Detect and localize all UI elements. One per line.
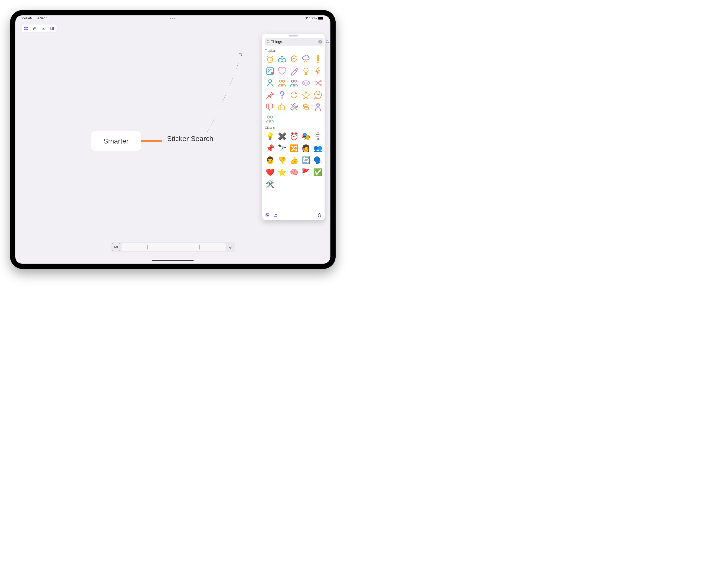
sticker-person[interactable] (265, 78, 276, 89)
svg-point-23 (281, 97, 283, 99)
sticker-star[interactable]: ⭐ (276, 167, 287, 178)
sticker-question[interactable] (276, 90, 287, 101)
sticker-star[interactable] (300, 90, 311, 101)
panel-grabber[interactable] (289, 35, 298, 37)
sticker-thumbs-up[interactable]: 👍 (288, 155, 299, 166)
svg-point-9 (267, 41, 269, 43)
sticker-man[interactable]: 👨 (265, 155, 276, 166)
sticker-heart[interactable]: ❤️ (265, 167, 276, 178)
sticker-strategy[interactable] (265, 66, 276, 77)
sticker-checkmark[interactable]: ✅ (312, 167, 323, 178)
photo-icon (265, 213, 269, 217)
sticker-woman[interactable]: 👩 (300, 143, 311, 154)
child-node[interactable]: Sticker Search (167, 135, 213, 143)
svg-point-21 (304, 82, 305, 83)
sticker-marker[interactable] (288, 66, 299, 77)
svg-point-11 (278, 58, 282, 62)
search-icon (267, 40, 270, 44)
keyboard-lang-button[interactable]: EN (112, 243, 120, 251)
sticker-thumbs-up[interactable] (276, 102, 287, 113)
svg-point-33 (270, 116, 273, 118)
sticker-shuffle[interactable]: 🔀 (288, 143, 299, 154)
sticker-man-silhouette[interactable]: 👥 (312, 143, 323, 154)
root-node-label: Smarter (103, 137, 129, 145)
sticker-lightbulb[interactable]: 💡 (265, 131, 276, 142)
svg-rect-29 (267, 104, 268, 108)
sticker-brain[interactable]: 🧠 (288, 167, 299, 178)
svg-point-12 (282, 58, 286, 62)
sticker-grid-tropical (265, 54, 322, 124)
sticker-flag[interactable]: 🚩 (300, 167, 311, 178)
sticker-mask[interactable] (300, 78, 311, 89)
search-field[interactable] (265, 38, 323, 46)
sticker-storm-cloud[interactable] (300, 54, 311, 65)
caret-icon (147, 245, 148, 249)
sticker-thumbs-down[interactable]: 👎 (276, 155, 287, 166)
annotation-arrow (203, 51, 244, 132)
svg-point-25 (314, 98, 315, 99)
section-title-tropical: Tropical (265, 49, 322, 52)
svg-point-13 (317, 61, 319, 63)
svg-point-22 (307, 82, 308, 83)
svg-point-27 (318, 94, 318, 95)
sticker-signpost[interactable]: 🪧 (312, 131, 323, 142)
sticker-binoculars[interactable]: 🔭 (276, 143, 287, 154)
folder-icon (273, 213, 277, 217)
caret-icon (199, 245, 200, 249)
svg-point-17 (279, 80, 282, 82)
svg-point-28 (319, 94, 320, 95)
root-node[interactable]: Smarter (91, 131, 141, 151)
svg-point-19 (291, 80, 294, 82)
sticker-strategy[interactable]: ✖️ (276, 131, 287, 142)
svg-point-26 (317, 94, 317, 95)
sticker-grid-classic: 💡✖️⏰🎭🪧📌🔭🔀👩👥👨👎👍🔄🗣️❤️⭐🧠🚩✅🛠️ (265, 131, 322, 190)
svg-point-31 (316, 104, 319, 107)
svg-point-18 (282, 80, 285, 82)
sticker-exclamation[interactable] (312, 54, 323, 65)
keyboard-input-area[interactable] (122, 243, 226, 251)
sticker-alarm-clock[interactable] (265, 54, 276, 65)
sticker-refresh[interactable]: 🔄 (300, 155, 311, 166)
sticker-heart[interactable] (276, 66, 287, 77)
sticker-lightbulb[interactable] (300, 66, 311, 77)
keyboard-bar: EN (111, 242, 235, 252)
dictation-button[interactable] (227, 245, 234, 249)
sticker-tools[interactable] (288, 102, 299, 113)
tint-tab[interactable] (317, 213, 321, 218)
sticker-thumbs-down[interactable] (265, 102, 276, 113)
node-link[interactable] (141, 140, 162, 142)
sticker-signpost[interactable] (300, 102, 311, 113)
sticker-shuffle[interactable] (312, 78, 323, 89)
sticker-two-people[interactable] (276, 78, 287, 89)
sticker-refresh[interactable] (288, 90, 299, 101)
svg-point-20 (294, 80, 297, 82)
folder-tab[interactable] (273, 213, 277, 218)
sticker-panel: Cancel Tropical Classic 💡✖️⏰🎭🪧📌🔭🔀👩👥👨👎👍🔄🗣… (262, 34, 324, 220)
svg-rect-36 (230, 245, 231, 247)
droplet-icon (317, 213, 321, 217)
sticker-pushpin[interactable] (265, 90, 276, 101)
sticker-lightning[interactable] (312, 66, 323, 77)
home-indicator[interactable] (152, 260, 194, 261)
section-title-classic: Classic (265, 126, 322, 130)
search-input[interactable] (271, 40, 317, 44)
sticker-idea-head[interactable]: 🗣️ (312, 155, 323, 166)
sticker-two-women[interactable] (265, 114, 276, 125)
sticker-person-head[interactable] (312, 102, 323, 113)
clear-search-button[interactable] (318, 40, 322, 44)
sticker-alarm-clock[interactable]: ⏰ (288, 131, 299, 142)
sticker-binoculars[interactable] (276, 54, 287, 65)
cancel-button[interactable]: Cancel (326, 40, 330, 44)
sticker-brain[interactable] (288, 54, 299, 65)
sticker-person-pair[interactable] (288, 78, 299, 89)
panel-footer (262, 210, 324, 220)
child-node-label: Sticker Search (167, 135, 213, 143)
sticker-thought-bubble[interactable] (312, 90, 323, 101)
svg-rect-30 (279, 106, 280, 110)
svg-point-16 (269, 80, 272, 83)
sticker-tools[interactable]: 🛠️ (265, 179, 276, 190)
photo-tab[interactable] (265, 213, 269, 218)
sticker-pushpin[interactable]: 📌 (265, 143, 276, 154)
svg-point-15 (304, 68, 308, 73)
sticker-mask[interactable]: 🎭 (300, 131, 311, 142)
